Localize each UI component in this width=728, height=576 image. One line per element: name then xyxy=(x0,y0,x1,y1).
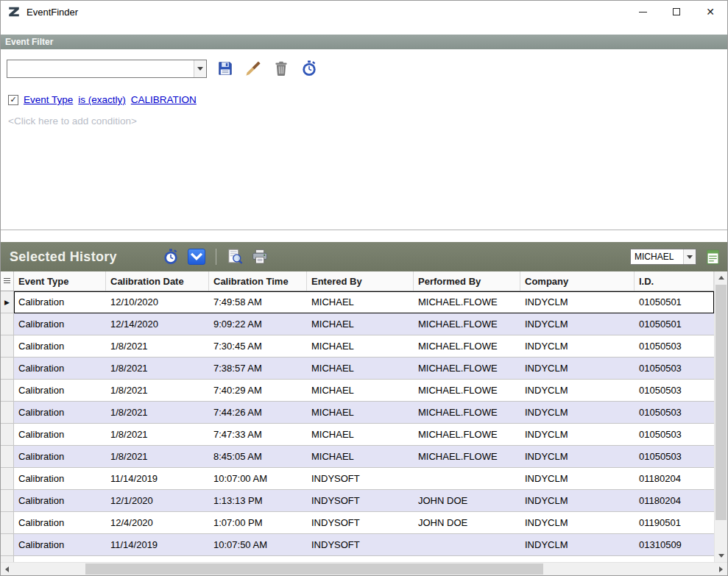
cell-company[interactable]: INDYCLM xyxy=(520,512,635,534)
vertical-scroll-thumb[interactable] xyxy=(715,285,727,520)
cell-calibration-date[interactable]: 12/1/2020 xyxy=(106,490,209,512)
cell-company[interactable]: INDYCLM xyxy=(520,358,635,380)
cell-event-type[interactable]: Calibration xyxy=(14,291,106,313)
combo-dropdown-button[interactable] xyxy=(194,60,206,77)
cell-event-type[interactable]: Calibration xyxy=(14,446,106,468)
run-filter-button[interactable] xyxy=(299,59,319,79)
cell-performed-by[interactable]: MICHAEL.FLOWE xyxy=(414,291,520,313)
horizontal-scroll-track[interactable] xyxy=(13,563,715,575)
expand-options-button[interactable] xyxy=(188,249,205,265)
horizontal-scroll-thumb[interactable] xyxy=(85,563,543,575)
cell-calibration-time[interactable]: 8:45:05 AM xyxy=(209,446,307,468)
cell-entered-by[interactable]: MICHAEL xyxy=(307,556,414,562)
cell-calibration-time[interactable]: 7:38:57 AM xyxy=(209,358,307,380)
grid-menu-button[interactable] xyxy=(1,271,14,291)
cell-company[interactable]: INDYCLM xyxy=(520,335,635,358)
cell-calibration-date[interactable]: 11/14/2019 xyxy=(106,468,209,490)
scroll-down-button[interactable] xyxy=(715,550,727,562)
cell-calibration-date[interactable]: 1/8/2021 xyxy=(106,424,209,446)
cell-calibration-date[interactable]: 12/10/2020 xyxy=(106,291,209,313)
cell-event-type[interactable]: Calibration xyxy=(14,534,106,556)
cell-id[interactable]: 01310510 xyxy=(635,556,714,562)
cell-entered-by[interactable]: INDYSOFT xyxy=(307,534,414,556)
cell-performed-by[interactable] xyxy=(414,534,520,556)
table-row[interactable]: Calibration 1/8/2021 8:45:05 AM MICHAEL … xyxy=(1,446,714,468)
condition-operator-link[interactable]: is (exactly) xyxy=(78,94,126,105)
cell-performed-by[interactable]: MICHAEL.FLOWE xyxy=(414,446,520,468)
close-button[interactable]: ✕ xyxy=(693,1,727,23)
cell-entered-by[interactable]: MICHAEL xyxy=(307,291,414,313)
cell-entered-by[interactable]: MICHAEL xyxy=(307,424,414,446)
cell-calibration-time[interactable]: 10:07:00 AM xyxy=(209,468,307,490)
cell-event-type[interactable]: Calibration xyxy=(14,512,106,534)
cell-entered-by[interactable]: MICHAEL xyxy=(307,313,414,335)
cell-event-type[interactable]: Calibration xyxy=(14,380,106,402)
cell-event-type[interactable]: Calibration xyxy=(14,335,106,358)
cell-id[interactable]: 01050501 xyxy=(635,291,714,313)
cell-entered-by[interactable]: MICHAEL xyxy=(307,446,414,468)
table-row[interactable]: Calibration 12/1/2020 1:13:13 PM INDYSOF… xyxy=(1,490,714,512)
cell-calibration-date[interactable]: 1/8/2021 xyxy=(106,446,209,468)
cell-calibration-date[interactable]: 12/4/2020 xyxy=(106,512,209,534)
cell-id[interactable]: 01180204 xyxy=(635,468,714,490)
cell-calibration-time[interactable]: 1:13:13 PM xyxy=(209,490,307,512)
cell-calibration-date[interactable]: 1/8/2021 xyxy=(106,358,209,380)
cell-event-type[interactable]: Calibration xyxy=(14,468,106,490)
cell-id[interactable]: 01050503 xyxy=(635,380,714,402)
cell-performed-by[interactable]: MICHAEL.FLOWE xyxy=(414,380,520,402)
cell-event-type[interactable]: Calibration xyxy=(14,556,106,562)
column-header-calibration-date[interactable]: Calibration Date xyxy=(106,271,209,291)
cell-company[interactable]: INDYCLM xyxy=(520,313,635,335)
cell-id[interactable]: 01180204 xyxy=(635,490,714,512)
table-row[interactable]: Calibration 11/23/2020 7:48:00 AM MICHAE… xyxy=(1,556,714,562)
cell-id[interactable]: 01310509 xyxy=(635,534,714,556)
cell-performed-by[interactable] xyxy=(414,468,520,490)
column-header-calibration-time[interactable]: Calibration Time xyxy=(209,271,307,291)
column-header-entered-by[interactable]: Entered By xyxy=(307,271,414,291)
cell-id[interactable]: 01050503 xyxy=(635,446,714,468)
cell-id[interactable]: 01050503 xyxy=(635,424,714,446)
cell-event-type[interactable]: Calibration xyxy=(14,313,106,335)
cell-calibration-date[interactable]: 12/14/2020 xyxy=(106,313,209,335)
cell-calibration-date[interactable]: 1/8/2021 xyxy=(106,380,209,402)
clear-filter-button[interactable] xyxy=(243,59,263,79)
scroll-left-button[interactable] xyxy=(1,563,13,575)
column-header-company[interactable]: Company xyxy=(520,271,635,291)
cell-performed-by[interactable]: JOHN DOE xyxy=(414,490,520,512)
user-combobox[interactable]: MICHAEL xyxy=(630,249,696,265)
table-row[interactable]: Calibration 12/14/2020 9:09:22 AM MICHAE… xyxy=(1,313,714,335)
scroll-right-button[interactable] xyxy=(715,563,727,575)
cell-company[interactable]: INDYCLM xyxy=(520,291,635,313)
cell-company[interactable]: INDYCLM xyxy=(520,534,635,556)
table-row[interactable]: ▶ Calibration 12/10/2020 7:49:58 AM MICH… xyxy=(1,291,714,313)
table-row[interactable]: Calibration 12/4/2020 1:07:00 PM INDYSOF… xyxy=(1,512,714,534)
delete-filter-button[interactable] xyxy=(271,59,291,79)
print-button[interactable] xyxy=(252,249,268,265)
cell-performed-by[interactable]: JOHN DOE xyxy=(414,512,520,534)
cell-entered-by[interactable]: INDYSOFT xyxy=(307,490,414,512)
cell-event-type[interactable]: Calibration xyxy=(14,358,106,380)
condition-value-link[interactable]: CALIBRATION xyxy=(131,94,197,105)
cell-id[interactable]: 01050503 xyxy=(635,335,714,358)
vertical-scrollbar[interactable] xyxy=(714,271,727,562)
cell-calibration-time[interactable]: 7:48:00 AM xyxy=(209,556,307,562)
cell-company[interactable]: INDYCLM xyxy=(520,424,635,446)
cell-performed-by[interactable]: MICHAEL.FLOWE xyxy=(414,556,520,562)
cell-id[interactable]: 01050501 xyxy=(635,313,714,335)
cell-calibration-date[interactable]: 11/23/2020 xyxy=(106,556,209,562)
cell-calibration-time[interactable]: 7:40:29 AM xyxy=(209,380,307,402)
cell-id[interactable]: 01050503 xyxy=(635,358,714,380)
saved-filter-combobox[interactable] xyxy=(7,60,207,78)
condition-checkbox[interactable]: ✓ xyxy=(8,95,18,105)
cell-entered-by[interactable]: MICHAEL xyxy=(307,402,414,424)
table-row[interactable]: Calibration 11/14/2019 10:07:50 AM INDYS… xyxy=(1,534,714,556)
cell-calibration-time[interactable]: 7:44:26 AM xyxy=(209,402,307,424)
horizontal-scrollbar[interactable] xyxy=(1,562,727,575)
cell-entered-by[interactable]: MICHAEL xyxy=(307,335,414,358)
cell-company[interactable]: INDYCLM xyxy=(520,556,635,562)
cell-performed-by[interactable]: MICHAEL.FLOWE xyxy=(414,424,520,446)
cell-entered-by[interactable]: INDYSOFT xyxy=(307,512,414,534)
cell-calibration-date[interactable]: 1/8/2021 xyxy=(106,402,209,424)
cell-company[interactable]: INDYCLM xyxy=(520,490,635,512)
save-filter-button[interactable] xyxy=(215,59,235,79)
